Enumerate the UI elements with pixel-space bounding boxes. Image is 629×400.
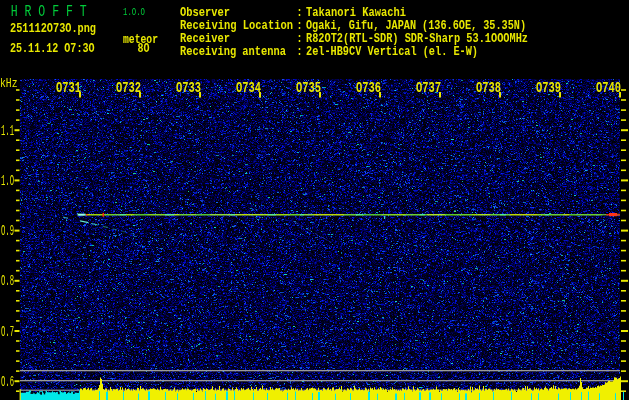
svg-text:O736: O736 [356, 80, 381, 96]
svg-text:kHz: kHz [0, 76, 18, 91]
svg-text:2el-HB9CV Vertical (el. E-W): 2el-HB9CV Vertical (el. E-W) [306, 44, 478, 59]
svg-text:O737: O737 [416, 80, 441, 96]
svg-text:O733: O733 [176, 80, 201, 96]
svg-text:251112O73O.png: 251112O73O.png [10, 21, 96, 36]
svg-text:1.O.O: 1.O.O [123, 5, 145, 18]
svg-text:O.7: O.7 [1, 324, 14, 340]
svg-text:O.9: O.9 [1, 223, 14, 239]
svg-text:1.1: 1.1 [1, 123, 14, 139]
svg-text:H R O F F T: H R O F F T [11, 2, 87, 21]
svg-text:O738: O738 [476, 80, 501, 96]
svg-text:O731: O731 [56, 80, 81, 96]
svg-text:O735: O735 [296, 80, 321, 96]
svg-text:O.8: O.8 [1, 273, 14, 289]
svg-text:O732: O732 [116, 80, 141, 96]
svg-text:O740: O740 [596, 80, 621, 96]
svg-text::: : [297, 44, 303, 59]
svg-text:O.6: O.6 [1, 374, 14, 390]
svg-text:O739: O739 [536, 80, 561, 96]
svg-text:8O: 8O [138, 41, 150, 56]
svg-text:O734: O734 [236, 80, 261, 96]
svg-text:Receiving antenna: Receiving antenna [180, 44, 286, 59]
svg-text:1.O: 1.O [1, 173, 14, 189]
svg-text:25.11.12 O7:3O: 25.11.12 O7:3O [10, 41, 95, 56]
